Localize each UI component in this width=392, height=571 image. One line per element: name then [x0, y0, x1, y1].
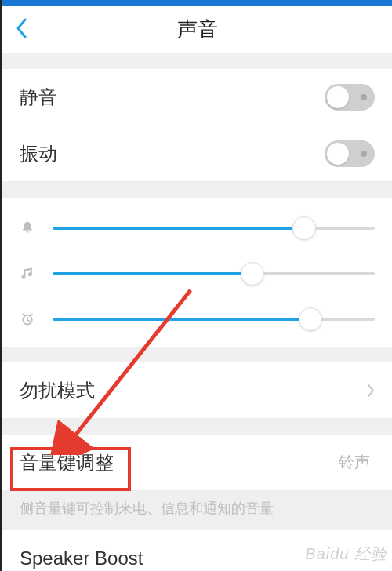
media-slider[interactable] [53, 261, 375, 286]
chevron-left-icon [16, 18, 28, 42]
status-bar [2, 0, 392, 6]
volume-key-value: 铃声 [339, 452, 370, 473]
header: 声音 [2, 6, 392, 53]
bell-icon [20, 220, 43, 236]
volume-key-label: 音量键调整 [20, 450, 339, 475]
alarm-slider[interactable] [53, 307, 375, 332]
volume-key-description: 侧音量键可控制来电、信息和通知的音量 [2, 491, 392, 530]
vibrate-label: 振动 [20, 141, 325, 166]
toggle-knob [327, 86, 349, 108]
volume-key-row[interactable]: 音量键调整 铃声 [2, 435, 392, 491]
toggle-dot [361, 94, 367, 100]
mute-label: 静音 [20, 85, 325, 110]
ringtone-slider-row [20, 205, 375, 251]
toggle-knob [327, 143, 349, 165]
speaker-boost-label: Speaker Boost [20, 547, 375, 569]
section-gap [2, 53, 392, 69]
alarm-slider-row [20, 296, 375, 342]
ringtone-slider[interactable] [53, 216, 375, 241]
mute-toggle[interactable] [325, 84, 375, 111]
sliders-section [2, 198, 392, 347]
speaker-boost-row[interactable]: Speaker Boost [2, 530, 392, 571]
page-title: 声音 [2, 16, 392, 43]
dnd-row[interactable]: 勿扰模式 [2, 362, 392, 419]
vibrate-row[interactable]: 振动 [2, 125, 392, 182]
section-gap [2, 419, 392, 435]
chevron-right-icon [367, 384, 375, 398]
back-button[interactable] [2, 6, 42, 53]
dnd-label: 勿扰模式 [20, 378, 367, 403]
mute-row[interactable]: 静音 [2, 69, 392, 125]
toggle-dot [361, 151, 367, 157]
music-icon [20, 266, 43, 282]
alarm-icon [20, 311, 43, 327]
section-gap [2, 347, 392, 362]
section-gap [2, 182, 392, 198]
media-slider-row [20, 251, 375, 296]
vibrate-toggle[interactable] [325, 140, 375, 167]
